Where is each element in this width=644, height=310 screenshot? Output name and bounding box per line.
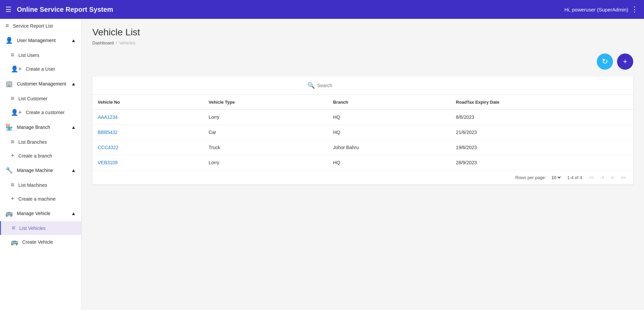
sidebar-item-manage-branch[interactable]: 🏪 Manage Branch ▲ bbox=[0, 119, 81, 135]
cell-vehicle-no: VEB3109 bbox=[92, 155, 203, 170]
sidebar-item-manage-vehicle[interactable]: 🚌 Manage Vehicle ▲ bbox=[0, 206, 81, 221]
cell-vehicle-no: CCC4322 bbox=[92, 140, 203, 155]
first-page-button[interactable]: ⏮ bbox=[587, 174, 595, 181]
add-vehicle-button[interactable]: + bbox=[617, 54, 633, 70]
last-page-button[interactable]: ⏭ bbox=[620, 174, 628, 181]
vehicle-no-link[interactable]: CCC4322 bbox=[98, 145, 118, 150]
topbar-more-icon[interactable]: ⋮ bbox=[631, 5, 639, 14]
sidebar-label: User Management bbox=[17, 38, 56, 43]
list-icon: ≡ bbox=[12, 225, 16, 232]
search-bar: 🔍 bbox=[92, 76, 633, 95]
sidebar-item-create-user[interactable]: 👤+ Create a User bbox=[0, 62, 81, 76]
col-roadtax: RoadTax Expiry Date bbox=[451, 95, 633, 110]
sidebar-item-create-customer[interactable]: 👤+ Create a customer bbox=[0, 105, 81, 119]
sidebar-item-list-users[interactable]: ≡ List Users bbox=[0, 48, 81, 62]
sidebar-item-list-branches[interactable]: ≡ List Branches bbox=[0, 135, 81, 149]
create-customer-icon: 👤+ bbox=[11, 109, 22, 116]
app-title: Online Service Report System bbox=[17, 6, 564, 13]
list-icon: ≡ bbox=[11, 95, 14, 102]
vehicle-no-link[interactable]: VEB3109 bbox=[98, 160, 118, 165]
vehicle-icon: 🚌 bbox=[5, 210, 13, 217]
sidebar-item-create-machine[interactable]: + Create a machine bbox=[0, 192, 81, 206]
sidebar-item-list-machines[interactable]: ≡ List Machines bbox=[0, 178, 81, 192]
sidebar-item-customer-management[interactable]: 🏢 Customer Management ▲ bbox=[0, 76, 81, 92]
breadcrumb-vehicles: Vehicles bbox=[119, 40, 135, 45]
table-row: AAA1234LorryHQ8/6/2023 bbox=[92, 110, 633, 125]
refresh-button[interactable]: ↻ bbox=[597, 54, 613, 70]
cell-vehicle-type: Car bbox=[203, 125, 328, 140]
list-icon: ≡ bbox=[11, 138, 14, 145]
cell-vehicle-type: Truck bbox=[203, 140, 328, 155]
breadcrumb: Dashboard / Vehicles bbox=[92, 40, 633, 45]
sidebar-label: List Branches bbox=[19, 139, 47, 145]
topbar: ☰ Online Service Report System Hi, power… bbox=[0, 0, 644, 19]
cell-branch: HQ bbox=[328, 125, 450, 140]
sidebar-label: Manage Machine bbox=[17, 168, 53, 173]
create-vehicle-icon: 🚌 bbox=[11, 238, 18, 246]
chevron-icon: ▲ bbox=[71, 38, 76, 43]
cell-vehicle-type: Lorry bbox=[203, 155, 328, 170]
user-greeting: Hi, poweruser (SuperAdmin) bbox=[564, 7, 628, 12]
sidebar-label: List Vehicles bbox=[20, 226, 46, 231]
sidebar-label: List Customer bbox=[19, 96, 48, 101]
cell-vehicle-type: Lorry bbox=[203, 110, 328, 125]
action-buttons: ↻ + bbox=[92, 54, 633, 70]
page-info: 1-4 of 4 bbox=[567, 175, 582, 180]
chevron-icon: ▲ bbox=[71, 211, 76, 216]
cell-vehicle-no: BBB5432 bbox=[92, 125, 203, 140]
cell-roadtax-expiry: 8/6/2023 bbox=[451, 110, 633, 125]
pagination: Rows per page: 10 25 50 1-4 of 4 ⏮ ◄ ► ⏭ bbox=[92, 170, 633, 184]
sidebar: ≡ Service Report List 👤 User Management … bbox=[0, 19, 82, 310]
machine-icon: 🔧 bbox=[5, 167, 13, 174]
topbar-right: Hi, poweruser (SuperAdmin) ⋮ bbox=[564, 5, 639, 14]
prev-page-button[interactable]: ◄ bbox=[598, 174, 606, 181]
menu-icon[interactable]: ☰ bbox=[5, 5, 11, 13]
cell-vehicle-no: AAA1234 bbox=[92, 110, 203, 125]
user-management-icon: 👤 bbox=[5, 37, 13, 44]
sidebar-item-service-report-list[interactable]: ≡ Service Report List bbox=[0, 19, 81, 33]
list-icon: ≡ bbox=[11, 181, 14, 188]
cell-branch: HQ bbox=[328, 110, 450, 125]
chevron-icon: ▲ bbox=[71, 81, 76, 87]
main-content: Vehicle List Dashboard / Vehicles ↻ + 🔍 … bbox=[82, 19, 644, 310]
breadcrumb-separator: / bbox=[116, 40, 117, 45]
sidebar-label: Service Report List bbox=[13, 23, 53, 29]
page-title: Vehicle List bbox=[92, 27, 633, 38]
cell-roadtax-expiry: 21/6/2023 bbox=[451, 125, 633, 140]
rows-per-page-select[interactable]: 10 25 50 bbox=[550, 175, 562, 180]
search-input[interactable] bbox=[317, 83, 419, 88]
sidebar-item-list-customer[interactable]: ≡ List Customer bbox=[0, 92, 81, 105]
sidebar-item-create-vehicle[interactable]: 🚌 Create Vehicle bbox=[0, 235, 81, 249]
search-icon: 🔍 bbox=[307, 82, 315, 89]
sidebar-label: Create Vehicle bbox=[22, 239, 53, 245]
sidebar-item-list-vehicles[interactable]: ≡ List Vehicles bbox=[0, 221, 81, 235]
list-icon: ≡ bbox=[5, 22, 9, 29]
sidebar-item-create-branch[interactable]: + Create a branch bbox=[0, 149, 81, 163]
cell-branch: HQ bbox=[328, 155, 450, 170]
sidebar-item-manage-machine[interactable]: 🔧 Manage Machine ▲ bbox=[0, 163, 81, 178]
rows-per-page-label: Rows per page: bbox=[515, 175, 546, 180]
vehicle-no-link[interactable]: AAA1234 bbox=[98, 114, 118, 120]
breadcrumb-dashboard[interactable]: Dashboard bbox=[92, 40, 114, 45]
chevron-icon: ▲ bbox=[71, 168, 76, 173]
vehicle-no-link[interactable]: BBB5432 bbox=[98, 130, 118, 135]
create-user-icon: 👤+ bbox=[11, 65, 22, 73]
sidebar-label: Create a customer bbox=[26, 110, 65, 115]
sidebar-item-user-management[interactable]: 👤 User Management ▲ bbox=[0, 33, 81, 48]
customer-management-icon: 🏢 bbox=[5, 80, 13, 88]
chevron-icon: ▲ bbox=[71, 125, 76, 130]
table-row: CCC4322TruckJohor Bahru19/6/2023 bbox=[92, 140, 633, 155]
col-vehicle-no: Vehicle No bbox=[92, 95, 203, 110]
table-row: BBB5432CarHQ21/6/2023 bbox=[92, 125, 633, 140]
next-page-button[interactable]: ► bbox=[609, 174, 617, 181]
cell-branch: Johor Bahru bbox=[328, 140, 450, 155]
vehicle-table: Vehicle No Vehicle Type Branch RoadTax E… bbox=[92, 95, 633, 170]
col-vehicle-type: Vehicle Type bbox=[203, 95, 328, 110]
sidebar-label: Create a machine bbox=[19, 196, 56, 202]
layout: ≡ Service Report List 👤 User Management … bbox=[0, 19, 644, 310]
sidebar-label: Manage Branch bbox=[17, 125, 50, 130]
cell-roadtax-expiry: 19/6/2023 bbox=[451, 140, 633, 155]
sidebar-label: Create a User bbox=[26, 66, 55, 72]
sidebar-label: Customer Management bbox=[17, 81, 66, 87]
sidebar-label: Manage Vehicle bbox=[17, 211, 51, 216]
